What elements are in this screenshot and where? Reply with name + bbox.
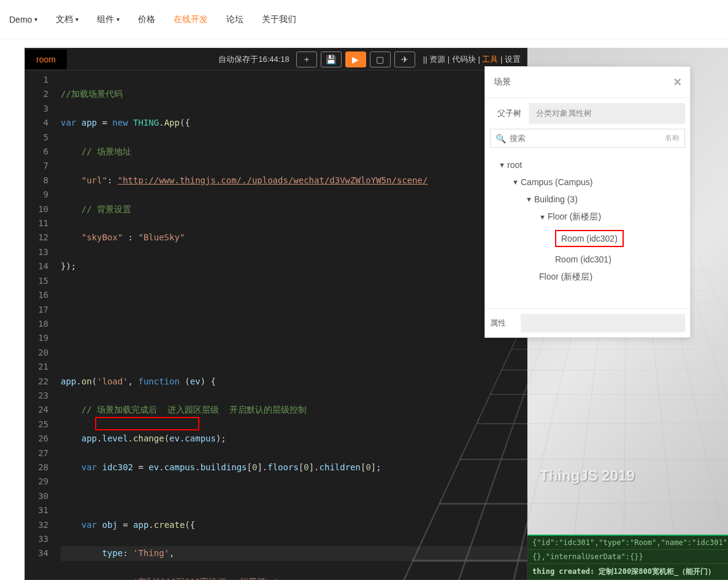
search-icon: 🔍	[496, 134, 506, 143]
new-file-button[interactable]: ＋	[296, 52, 317, 67]
properties-row: 属性	[485, 308, 690, 337]
nav-demo[interactable]: Demo▾	[9, 15, 37, 25]
console-line: {},"internalUserData":{}}	[527, 550, 728, 564]
tree-node-room-302[interactable]: Room (idc302)	[490, 226, 685, 251]
scene-tree: ▼root ▼Campus (Campus) ▼Building (3) ▼Fl…	[485, 154, 690, 296]
watermark: ThingJS 2019	[540, 467, 635, 484]
console-output: {"id":"idc301","type":"Room","name":"idc…	[527, 535, 728, 580]
top-nav: Demo▾ 文档▾ 组件▾ 价格 在线开发 论坛 关于我们	[0, 0, 728, 39]
chevron-down-icon: ▼	[512, 178, 521, 186]
nav-price[interactable]: 价格	[138, 14, 155, 25]
chevron-down-icon: ▼	[499, 161, 507, 169]
code-highlight-box	[95, 417, 199, 430]
link-tools[interactable]: 工具	[482, 55, 498, 64]
caret-icon: ▾	[34, 16, 37, 23]
present-button[interactable]: ▢	[370, 52, 391, 67]
link-settings[interactable]: 设置	[505, 55, 521, 64]
caret-icon: ▾	[75, 16, 79, 23]
editor-toolbar: room 自动保存于16:44:18 ＋ 💾 ▶ ▢ ✈ || 资源 | 代码块…	[25, 48, 527, 71]
editor-links: || 资源 | 代码块 | 工具 | 设置	[417, 54, 527, 65]
chevron-down-icon: ▼	[539, 213, 548, 221]
run-button[interactable]: ▶	[345, 52, 366, 67]
nav-online-dev[interactable]: 在线开发	[174, 14, 208, 25]
tree-node-root[interactable]: ▼root	[490, 156, 685, 174]
nav-components[interactable]: 组件▾	[97, 14, 120, 25]
properties-label: 属性	[490, 318, 521, 329]
caret-icon: ▾	[117, 16, 120, 23]
editor-tab[interactable]: room	[25, 50, 67, 69]
tree-node-campus[interactable]: ▼Campus (Campus)	[490, 174, 685, 191]
properties-value[interactable]	[521, 314, 685, 332]
nav-forum[interactable]: 论坛	[226, 14, 243, 25]
console-line: thing created: 定制1200深800宽机柜_（能开门）	[527, 564, 728, 580]
search-box: 🔍 名称	[490, 129, 685, 148]
close-icon[interactable]: ×	[673, 74, 681, 90]
link-resource[interactable]: 资源	[429, 55, 445, 64]
tree-node-floor-1[interactable]: ▼Floor (新楼层)	[490, 208, 685, 226]
search-suffix: 名称	[665, 133, 680, 143]
search-input[interactable]	[510, 134, 665, 143]
panel-tab-parent-tree[interactable]: 父子树	[490, 103, 529, 124]
chevron-down-icon: ▼	[526, 196, 534, 203]
scene-panel: 场景 × 父子树 分类对象属性树 🔍 名称 ▼root ▼Campus (Cam…	[485, 66, 691, 338]
share-button[interactable]: ✈	[394, 52, 415, 67]
tree-node-floor-2[interactable]: Floor (新楼层)	[490, 268, 685, 286]
autosave-label: 自动保存于16:44:18	[218, 54, 294, 65]
preview-pane[interactable]: ThingJS 2019 场景 × 父子树 分类对象属性树 🔍 名称 ▼root…	[527, 48, 728, 580]
nav-docs[interactable]: 文档▾	[56, 14, 79, 25]
panel-title: 场景	[494, 77, 511, 88]
link-codeblock[interactable]: 代码块	[452, 55, 476, 64]
line-gutter: 1234567891011121314151617181920212223242…	[25, 71, 57, 579]
nav-about[interactable]: 关于我们	[262, 14, 296, 25]
panel-tab-class-tree[interactable]: 分类对象属性树	[529, 103, 599, 124]
tree-node-room-301[interactable]: Room (idc301)	[490, 251, 685, 268]
tree-node-building[interactable]: ▼Building (3)	[490, 191, 685, 208]
console-line: {"id":"idc301","type":"Room","name":"idc…	[527, 536, 728, 550]
save-button[interactable]: 💾	[321, 52, 342, 67]
